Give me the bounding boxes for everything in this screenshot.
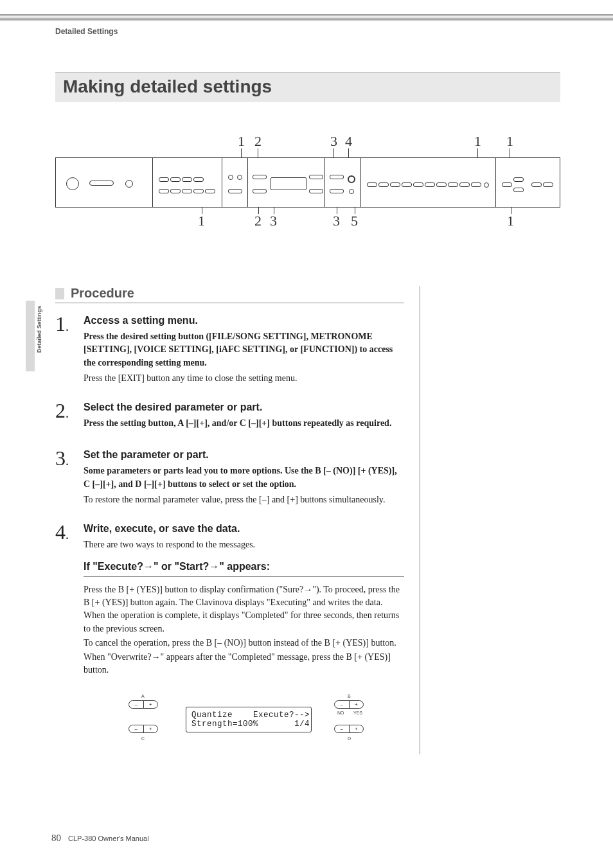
panel-num-top-3: 3: [330, 133, 337, 150]
step-number: 2.: [55, 402, 84, 432]
panel-btn: [159, 189, 169, 193]
leader: [348, 148, 349, 157]
panel-num-bot-3: 3: [270, 213, 277, 229]
leader: [241, 148, 242, 157]
panel-btn: [205, 189, 215, 193]
knob-icon: [125, 180, 133, 188]
panel-num-top-4: 4: [345, 133, 352, 150]
leader: [258, 208, 259, 214]
step-number: 1.: [55, 315, 84, 385]
label-c: C: [141, 736, 145, 741]
step-bold: Press the setting button, A [–][+], and/…: [84, 417, 404, 430]
panel-btn: [471, 182, 481, 187]
step-light: Press the [EXIT] button any time to clos…: [84, 372, 404, 385]
procedure-heading: Procedure: [71, 286, 134, 301]
panel-btn: [309, 189, 323, 193]
para-2: To cancel the operation, press the B [– …: [84, 637, 404, 650]
lcd-icon: [271, 177, 306, 190]
panel-btn: [402, 182, 412, 187]
running-head: Detailed Settings: [55, 27, 118, 36]
step-title: Write, execute, or save the data.: [84, 523, 404, 535]
top-stripes: [0, 14, 613, 22]
led-icon: [237, 175, 242, 180]
leader: [337, 208, 337, 214]
panel-btn: [170, 177, 181, 182]
side-tab-label: Detailed Settings: [36, 306, 42, 353]
heading-square-icon: [55, 288, 64, 299]
panel-btn: [484, 182, 489, 188]
step-number: 4.: [55, 523, 84, 551]
right-column: [420, 286, 560, 754]
leader: [477, 148, 478, 157]
leader: [511, 208, 511, 214]
content: Making detailed settings 1 2 3 4 1 1: [55, 72, 560, 754]
leader: [510, 148, 510, 157]
panel-btn: [390, 182, 400, 187]
step-light: To restore the normal parameter value, p…: [84, 493, 404, 506]
panel-btn: [193, 189, 204, 193]
label-no: NO: [337, 711, 344, 715]
step-bold: Press the desired setting button ([FILE/…: [84, 330, 404, 369]
contrast-knob-icon: [348, 175, 355, 183]
panel-btn: [228, 189, 242, 193]
panel-btn: [253, 189, 267, 193]
panel-box: [55, 157, 560, 208]
seg: [495, 158, 496, 207]
step-4: 4. Write, execute, or save the data. The…: [55, 523, 404, 551]
panel-btn: [513, 177, 524, 182]
seg: [360, 158, 361, 207]
step-number: 3.: [55, 449, 84, 506]
para-3: When "Overwrite?→" appears after the "Co…: [84, 651, 404, 677]
leader: [258, 148, 258, 157]
footer: 80 CLP-380 Owner's Manual: [51, 833, 149, 844]
seg: [222, 158, 222, 207]
panel-num-top-1: 1: [238, 133, 245, 150]
panel-btn: [459, 182, 470, 187]
leader: [274, 208, 274, 214]
exit-btn-icon: [349, 189, 354, 194]
page-number: 80: [51, 833, 61, 843]
panel-btn: [448, 182, 458, 187]
volume-dial-icon: [66, 177, 79, 190]
para-1: Press the B [+ (YES)] button to display …: [84, 583, 404, 635]
step-title: Access a setting menu.: [84, 315, 404, 326]
panel-btn: [309, 175, 323, 179]
panel-num-bot-1: 1: [198, 213, 205, 229]
rule: [84, 576, 404, 577]
left-column: Procedure 1. Access a setting menu. Pres…: [55, 286, 420, 754]
leader: [333, 148, 334, 157]
c-button-icon: [129, 725, 158, 733]
panel-btn: [543, 182, 553, 187]
panel-btn: [502, 182, 512, 187]
lcd-screen: Quantize Execute?--> Strength=100% 1/4: [186, 707, 312, 732]
step-light: There are two ways to respond to the mes…: [84, 538, 404, 551]
seg: [247, 158, 248, 207]
panel-btn: [159, 177, 169, 182]
procedure-heading-row: Procedure: [55, 286, 404, 303]
slider-icon: [89, 181, 114, 186]
label-yes: YES: [353, 711, 362, 715]
panel-btn: [182, 189, 192, 193]
lcd-line2: Strength=100% 1/4: [191, 720, 310, 729]
panel-btn: [378, 182, 389, 187]
panel-btn: [513, 188, 524, 192]
step-2: 2. Select the desired parameter or part.…: [55, 402, 404, 432]
panel-btn: [182, 177, 192, 182]
panel-num-bot-4: 3: [333, 213, 340, 229]
panel-num-bot-5: 5: [351, 213, 358, 229]
step-title: Set the parameter or part.: [84, 449, 404, 461]
led-icon: [228, 175, 233, 180]
step-bold: Some parameters or parts lead you to mor…: [84, 465, 404, 491]
leader: [355, 208, 355, 214]
panel-num-top-5: 1: [474, 133, 481, 150]
step-title: Select the desired parameter or part.: [84, 402, 404, 413]
panel-btn: [330, 175, 344, 179]
panel-btn: [413, 182, 423, 187]
step-3: 3. Set the parameter or part. Some param…: [55, 449, 404, 506]
seg: [152, 158, 153, 207]
lcd-diagram: A C Quantize Execute?--> Strength=100% 1…: [117, 691, 374, 754]
panel-btn: [531, 182, 542, 187]
manual-name: CLP-380 Owner's Manual: [68, 835, 149, 842]
side-tab: Detailed Settings: [26, 301, 44, 371]
a-button-icon: [129, 700, 158, 709]
